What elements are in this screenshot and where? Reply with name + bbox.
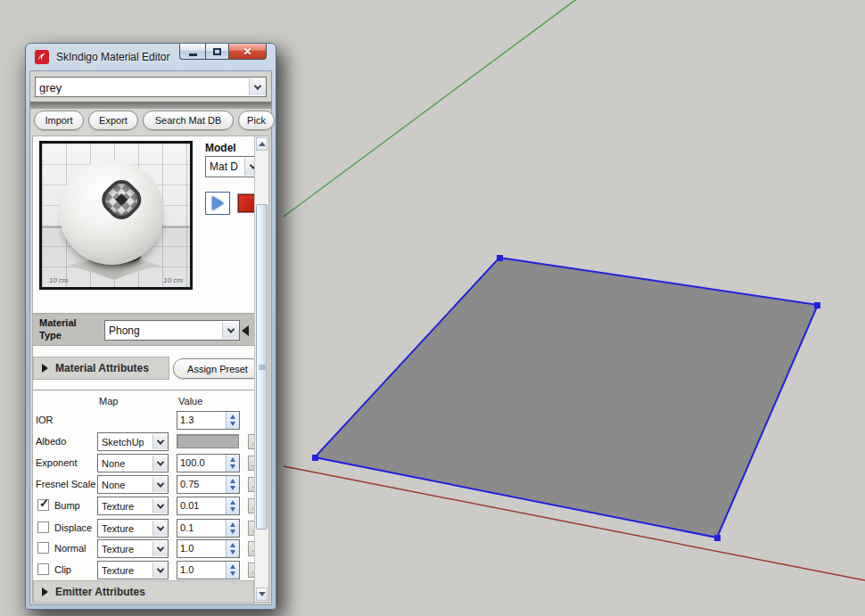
scroll-down-button[interactable]: [256, 587, 268, 601]
displace-value-field[interactable]: 0.1: [177, 519, 240, 538]
ior-value-field[interactable]: 1.3: [177, 411, 240, 430]
material-preview-image: 10 cm 10 cm: [39, 141, 193, 290]
close-button[interactable]: ✕: [229, 44, 267, 60]
exponent-map-select[interactable]: None: [97, 454, 169, 472]
exponent-value-field[interactable]: 100.0: [177, 454, 240, 472]
spin-up-icon: [230, 543, 235, 547]
combo-dropdown-button[interactable]: [152, 434, 168, 449]
spin-up-icon: [230, 457, 235, 462]
normal-checkbox[interactable]: [37, 542, 49, 554]
map-select-value: None: [102, 458, 125, 469]
search-mat-db-button[interactable]: Search Mat DB: [143, 111, 234, 130]
selected-face[interactable]: [315, 258, 818, 538]
row-label: Albedo: [36, 436, 66, 447]
minimize-button[interactable]: [179, 44, 205, 60]
spinner-control[interactable]: [226, 562, 239, 579]
row-label: Normal: [54, 543, 86, 554]
assign-preset-button[interactable]: Assign Preset: [173, 358, 262, 379]
preview-material-sphere: [59, 160, 164, 265]
bump-checkbox[interactable]: ✓: [37, 499, 49, 511]
combo-dropdown-button[interactable]: [222, 322, 239, 339]
normal-value-field[interactable]: 1.0: [177, 539, 240, 558]
spinner-control[interactable]: [226, 455, 239, 472]
spin-up-icon: [230, 522, 235, 527]
chevron-down-icon: [227, 325, 235, 333]
minimize-icon: [189, 53, 197, 56]
row-label: Bump: [54, 500, 80, 511]
panel-scrollbar[interactable]: [254, 136, 268, 602]
clip-checkbox[interactable]: [37, 563, 49, 575]
scroll-up-button[interactable]: [256, 137, 268, 151]
spinner-control[interactable]: [226, 540, 239, 557]
table-row-albedo: Albedo SketchUp ..: [33, 432, 254, 452]
combo-dropdown-button[interactable]: [152, 541, 168, 556]
dialog-client-area: grey Import Export Search Mat DB Pick: [29, 70, 272, 605]
chevron-down-icon: [254, 82, 261, 89]
clip-value-field[interactable]: 1.0: [177, 561, 240, 579]
arrow-down-icon: [259, 592, 266, 596]
model-label: Model: [205, 142, 236, 154]
field-value: 0.75: [180, 479, 199, 489]
albedo-color-swatch[interactable]: [177, 434, 239, 448]
field-value: 0.01: [180, 500, 199, 511]
field-value: 1.0: [180, 543, 194, 554]
spinner-control[interactable]: [226, 476, 239, 493]
map-select-value: Texture: [102, 544, 134, 554]
displace-map-select[interactable]: Texture: [97, 519, 169, 538]
model-select-value: Mat D: [210, 160, 238, 173]
normal-map-select[interactable]: Texture: [97, 539, 169, 558]
spinner-control[interactable]: [226, 520, 239, 537]
divider: [33, 390, 254, 390]
chevron-down-icon: [157, 501, 164, 508]
fresnel-map-select[interactable]: None: [97, 475, 169, 494]
chevron-down-icon: [157, 437, 164, 444]
table-row-displace: Displace Texture 0.1 ..: [33, 519, 254, 538]
table-row-exponent: Exponent None 100.0 ..: [33, 454, 254, 473]
material-name-value: grey: [39, 80, 62, 94]
spin-down-icon: [230, 486, 235, 490]
combo-dropdown-button[interactable]: [152, 456, 168, 471]
table-row-ior: IOR 1.3: [33, 411, 254, 431]
material-name-select[interactable]: grey: [35, 77, 267, 97]
preview-scale-right: 10 cm: [163, 276, 183, 284]
clip-map-select[interactable]: Texture: [97, 561, 169, 579]
material-type-select[interactable]: Phong: [104, 320, 240, 341]
combo-dropdown-button[interactable]: [152, 521, 168, 536]
skindigo-material-editor-window: SkIndigo Material Editor ✕ grey Import E…: [25, 43, 276, 610]
albedo-map-select[interactable]: SketchUp: [97, 432, 169, 451]
scrollbar-thumb[interactable]: [256, 204, 268, 530]
value-column-header: Value: [178, 396, 202, 407]
combo-dropdown-button[interactable]: [249, 78, 266, 95]
toolbar: Import Export Search Mat DB Pick: [30, 111, 271, 134]
row-label: Fresnel Scale: [36, 479, 95, 489]
row-label: IOR: [36, 415, 54, 425]
combo-dropdown-button[interactable]: [152, 498, 168, 513]
bump-value-field[interactable]: 0.01: [177, 497, 240, 515]
table-row-fresnel-scale: Fresnel Scale None 0.75 ..: [33, 475, 254, 495]
material-attributes-header[interactable]: Material Attributes: [33, 357, 169, 380]
spin-down-icon: [230, 530, 235, 534]
pick-button[interactable]: Pick: [238, 111, 275, 130]
bump-map-select[interactable]: Texture: [97, 497, 169, 515]
combo-dropdown-button[interactable]: [152, 563, 168, 578]
emitter-attributes-header[interactable]: Emitter Attributes: [33, 580, 254, 604]
combo-dropdown-button[interactable]: [152, 477, 168, 492]
import-button[interactable]: Import: [34, 111, 84, 130]
field-value: 1.3: [180, 415, 194, 425]
titlebar[interactable]: SkIndigo Material Editor ✕: [29, 44, 272, 70]
spin-up-icon: [230, 564, 235, 569]
spin-down-icon: [230, 550, 235, 554]
displace-checkbox[interactable]: [37, 522, 49, 533]
spin-down-icon: [230, 422, 235, 426]
chevron-down-icon: [157, 480, 164, 487]
row-label: Exponent: [36, 457, 77, 468]
expand-right-icon: [42, 364, 48, 373]
render-play-button[interactable]: [205, 192, 230, 215]
collapse-left-icon[interactable]: [242, 325, 249, 336]
maximize-button[interactable]: [205, 44, 229, 60]
spinner-control[interactable]: [226, 412, 239, 429]
export-button[interactable]: Export: [88, 111, 138, 130]
fresnel-value-field[interactable]: 0.75: [177, 475, 240, 494]
chevron-down-icon: [157, 565, 164, 572]
spinner-control[interactable]: [226, 497, 239, 514]
